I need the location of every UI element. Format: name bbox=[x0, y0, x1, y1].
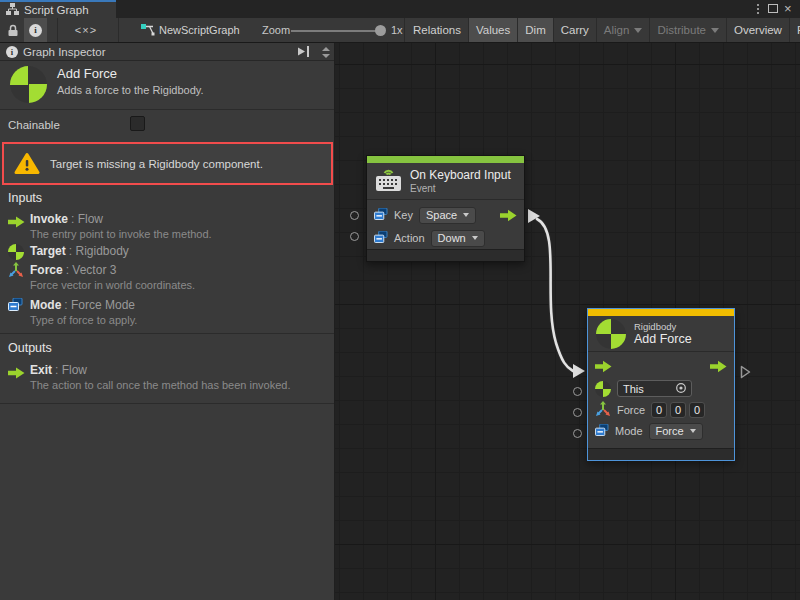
graph-canvas[interactable]: On Keyboard Input Event Key Space bbox=[335, 43, 800, 600]
flow-output-port[interactable] bbox=[500, 209, 517, 222]
node-title: Add Force bbox=[634, 332, 692, 346]
flow-wire-end-cap[interactable] bbox=[573, 364, 585, 378]
enum-icon bbox=[374, 208, 388, 222]
unit-summary: Add Force Adds a force to the Rigidbody. bbox=[0, 61, 334, 110]
rigidbody-icon bbox=[10, 66, 47, 103]
input-item-invoke: Invoke: Flow bbox=[30, 212, 103, 226]
dock-panel-icon[interactable] bbox=[297, 46, 310, 59]
chainable-checkbox[interactable] bbox=[130, 116, 145, 131]
chevron-down-icon bbox=[634, 28, 642, 33]
unit-description: Adds a force to the Rigidbody. bbox=[57, 84, 204, 96]
zoom-label: Zoom bbox=[262, 24, 290, 36]
action-row: Action Down bbox=[367, 227, 524, 249]
info-icon: i bbox=[29, 24, 42, 37]
force-z-input[interactable]: 0 bbox=[689, 402, 705, 418]
force-y-input[interactable]: 0 bbox=[670, 402, 686, 418]
script-graph-asset-icon bbox=[141, 24, 155, 39]
input-item-mode: Mode: Force Mode bbox=[30, 298, 135, 312]
graph-name-breadcrumb[interactable]: NewScriptGraph bbox=[159, 24, 240, 36]
force-label: Force bbox=[617, 404, 645, 416]
vector3-icon bbox=[595, 401, 611, 419]
key-dropdown[interactable]: Space bbox=[419, 207, 476, 224]
node-subtitle: Event bbox=[410, 183, 511, 194]
toolbar-button-fullscreen[interactable]: Full S bbox=[789, 18, 800, 42]
outputs-header: Outputs bbox=[8, 341, 52, 355]
toolbar-button-values[interactable]: Values bbox=[468, 18, 517, 42]
input-item-desc: Force vector in world coordinates. bbox=[30, 279, 195, 291]
zoom-value: 1x bbox=[391, 24, 403, 36]
mode-row: Mode Force bbox=[588, 420, 734, 442]
enum-icon bbox=[595, 424, 609, 438]
value-port[interactable] bbox=[350, 211, 359, 220]
toolbar-button-carry[interactable]: Carry bbox=[553, 18, 596, 42]
warning-text: Target is missing a Rigidbody component. bbox=[50, 158, 263, 170]
warning-banner: Target is missing a Rigidbody component. bbox=[2, 142, 333, 185]
flow-input-port[interactable] bbox=[595, 360, 612, 373]
force-row: Force 0 0 0 bbox=[588, 399, 734, 420]
lock-icon[interactable] bbox=[7, 24, 19, 39]
section-divider bbox=[0, 333, 334, 334]
value-port[interactable] bbox=[573, 429, 582, 438]
input-item-desc: The entry point to invoke the method. bbox=[30, 228, 212, 240]
toolbar-button-align[interactable]: Align bbox=[596, 18, 650, 42]
value-port[interactable] bbox=[573, 387, 582, 396]
scroll-down-icon[interactable] bbox=[322, 54, 330, 58]
code-view-button[interactable]: <×> bbox=[68, 18, 104, 42]
warning-icon bbox=[14, 152, 40, 175]
value-port[interactable] bbox=[350, 232, 359, 241]
action-dropdown[interactable]: Down bbox=[431, 230, 485, 247]
unit-title: Add Force bbox=[57, 66, 117, 81]
input-item-force: Force: Vector 3 bbox=[30, 263, 116, 277]
node-footer bbox=[367, 249, 524, 261]
menu-kebab-icon[interactable] bbox=[752, 2, 764, 16]
scroll-up-icon[interactable] bbox=[322, 47, 330, 51]
mode-label: Mode bbox=[615, 425, 643, 437]
value-port[interactable] bbox=[573, 408, 582, 417]
toolbar-button-overview[interactable]: Overview bbox=[726, 18, 789, 42]
target-object-field[interactable]: This bbox=[617, 380, 692, 397]
toolbar-button-dim[interactable]: Dim bbox=[517, 18, 552, 42]
output-item-desc: The action to call once the method has b… bbox=[30, 379, 291, 391]
toolbar-separator bbox=[404, 18, 405, 42]
target-row: This bbox=[588, 378, 734, 399]
chevron-down-icon bbox=[463, 213, 469, 217]
toolbar-button-distribute[interactable]: Distribute bbox=[649, 18, 726, 42]
flow-wire-start-cap[interactable] bbox=[528, 209, 540, 223]
close-icon[interactable]: × bbox=[784, 1, 792, 17]
zoom-slider[interactable] bbox=[291, 30, 385, 32]
node-on-keyboard-input[interactable]: On Keyboard Input Event Key Space bbox=[366, 155, 525, 262]
force-x-input[interactable]: 0 bbox=[651, 402, 667, 418]
toolbar-separator bbox=[118, 18, 119, 42]
zoom-slider-handle[interactable] bbox=[375, 25, 386, 36]
tab-title: Script Graph bbox=[24, 4, 89, 16]
node-footer bbox=[588, 448, 734, 460]
toolbar-separator bbox=[57, 18, 58, 42]
flow-output-stub[interactable] bbox=[740, 365, 751, 381]
enum-icon bbox=[8, 298, 25, 313]
node-add-force[interactable]: Rigidbody Add Force This bbox=[587, 308, 735, 461]
toolbar-button-relations[interactable]: Relations bbox=[406, 18, 468, 42]
mode-dropdown[interactable]: Force bbox=[649, 423, 703, 440]
output-item-exit: Exit: Flow bbox=[30, 363, 87, 377]
graph-inspector-panel: i Graph Inspector Add Force Adds a force… bbox=[0, 43, 335, 600]
key-label: Key bbox=[394, 209, 413, 221]
rigidbody-icon bbox=[8, 244, 25, 262]
tab-script-graph[interactable]: Script Graph bbox=[0, 0, 116, 18]
input-item-target: Target: Rigidbody bbox=[30, 244, 129, 258]
enum-icon bbox=[374, 231, 388, 245]
object-picker-icon[interactable] bbox=[675, 382, 687, 396]
action-label: Action bbox=[394, 232, 425, 244]
maximize-icon[interactable] bbox=[768, 4, 778, 13]
key-row: Key Space bbox=[367, 203, 524, 227]
chevron-down-icon bbox=[711, 28, 719, 33]
tab-bar: Script Graph × bbox=[0, 0, 800, 18]
event-node-colorbar bbox=[367, 156, 524, 163]
inspector-toggle-button[interactable]: i bbox=[24, 18, 47, 42]
action-node-colorbar bbox=[588, 309, 734, 316]
flow-output-port[interactable] bbox=[710, 360, 727, 373]
node-header: On Keyboard Input Event bbox=[367, 163, 524, 200]
graph-toolbar: i <×> NewScriptGraph Zoom 1x Relations V… bbox=[0, 18, 800, 43]
info-icon: i bbox=[6, 46, 18, 58]
flow-arrow-icon bbox=[8, 216, 25, 230]
graph-hierarchy-icon bbox=[6, 3, 19, 17]
